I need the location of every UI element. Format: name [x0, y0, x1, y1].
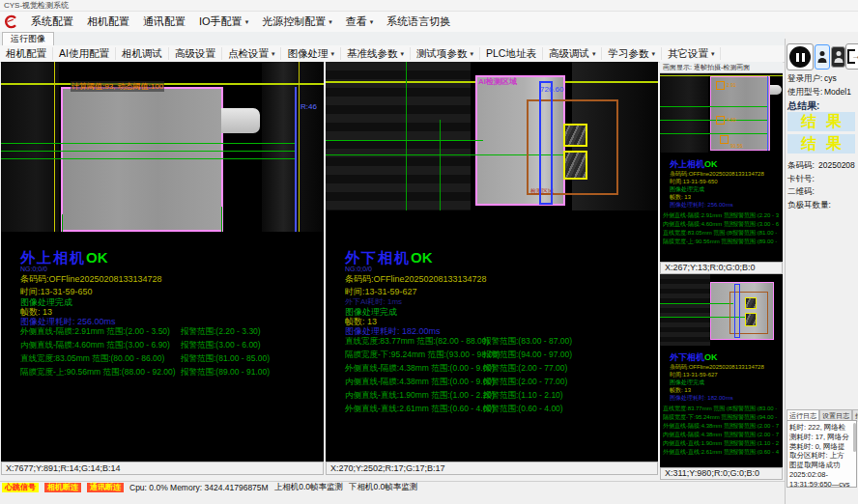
total-result-label: 总结果:	[787, 99, 819, 113]
measurement-row: 内侧直线-隔膜:4.60mm 范围:(3.00 - 6.90)报警范围:(3.0…	[663, 220, 783, 229]
menu-label: 光源控制配置	[262, 14, 326, 29]
measurement-value: 内侧直线-隔膜:4.38mm 范围:(0.00 - 9.00)	[663, 431, 732, 439]
exit-arrow-glyph: →	[851, 50, 858, 62]
toolbar-plc-address-table[interactable]: PLC地址表	[480, 47, 543, 60]
chevron-down-icon: ▾	[400, 47, 404, 60]
window-title-bar: CYS-视觉检测系统	[0, 0, 858, 12]
user-login-button[interactable]	[815, 44, 830, 70]
menu-item-camera-config[interactable]: 相机配置	[80, 14, 136, 29]
model-label: 使用型号:	[787, 87, 822, 98]
width-measure-box	[734, 284, 740, 338]
toolbar-label: AI使用配置	[59, 47, 109, 60]
toolbar-label: 图像处理	[287, 47, 328, 60]
toolbar-other-settings[interactable]: 其它设置▾	[662, 47, 722, 60]
user-switch-button[interactable]	[831, 46, 845, 68]
menu-item-light-control[interactable]: 光源控制配置▾	[255, 14, 339, 29]
marker-box	[716, 81, 725, 90]
menu-item-language-switch[interactable]: 系统语言切换	[380, 14, 457, 29]
lower-camera-framerate: 下相机0.0帧率监测	[349, 482, 417, 493]
machine-background	[660, 274, 710, 346]
measure-line	[1, 158, 297, 159]
camera-image-lower-outer[interactable]: AI检测区域 检测区域 726.60	[326, 62, 658, 210]
toolbar-advanced-settings[interactable]: 高级设置	[169, 47, 222, 60]
result-ok-badge: OK	[704, 352, 718, 362]
alarm-range: 报警范围:(2.00 - 77.00)	[483, 377, 567, 388]
exit-button[interactable]: →	[845, 43, 858, 70]
toolbar-image-processing[interactable]: 图像处理▾	[281, 47, 341, 60]
alarm-range: 报警范围:(89.00 - 91.00)	[732, 238, 779, 246]
user-icon	[834, 51, 844, 63]
measurement-row: 直线宽度:83.05mm 范围:(80.00 - 86.00)报警范围:(81.…	[20, 353, 164, 365]
chevron-down-icon: ▾	[245, 18, 249, 26]
measurement-row: 隔膜宽度-下:95.24mm 范围:(93.00 - 98.00)报警范围:(9…	[663, 413, 783, 422]
alarm-range: 报警范围:(2.00 - 77.00)	[483, 363, 567, 375]
toolbar-label: 学习参数	[608, 47, 648, 60]
measurement-value: 内侧直线-隔膜:4.60mm 范围:(3.00 - 6.90)	[663, 220, 732, 229]
toolbar-learning-params[interactable]: 学习参数▾	[602, 47, 662, 60]
edge-value-label: R:46	[300, 102, 317, 111]
measurement-value: 直线宽度:83.77mm 范围:(82.00 - 88.00)	[345, 336, 489, 346]
marker-box	[720, 135, 729, 144]
pause-button[interactable]	[786, 43, 814, 70]
measurement-row: 内侧直线-直线:1.90mm 范围:(1.00 - 2.20)报警范围:(1.1…	[663, 439, 783, 448]
toolbar-test-item-params[interactable]: 测试项参数▾	[411, 47, 480, 60]
marker-box	[716, 116, 725, 125]
measurement-value: 隔膜宽度-上:90.56mm 范围:(88.00 - 92.00)	[20, 367, 176, 377]
small-image-lower[interactable]	[660, 274, 783, 346]
menu-item-view[interactable]: 查看▾	[339, 14, 381, 29]
camera-name: 外下相机	[670, 352, 704, 362]
measure-line-vertical	[406, 62, 407, 210]
menu-item-comm-config[interactable]: 通讯配置	[136, 14, 192, 29]
elapsed-line: 图像处理耗时: 182.00ms	[670, 394, 733, 403]
measurement-row: 内侧直线-隔膜:4.60mm 范围:(3.00 - 6.90)报警范围:(3.0…	[20, 340, 170, 351]
toolbar-label: 相机配置	[6, 47, 46, 60]
log-scrollbar[interactable]	[853, 423, 856, 452]
measurement-row: 内侧直线-隔膜:4.38mm 范围:(0.00 - 9.00)报警范围:(2.0…	[663, 431, 783, 439]
alarm-range: 报警范围:(81.00 - 85.00)	[732, 229, 779, 238]
machine-background	[262, 62, 324, 232]
toolbar-baseline-params[interactable]: 基准线参数▾	[341, 47, 411, 60]
toolbar-label: 高级设置	[175, 47, 215, 60]
small-image-upper[interactable]: 2.91 4.60 90.56	[660, 73, 783, 153]
toolbar-camera-config[interactable]: 相机配置	[0, 47, 53, 60]
measure-tick	[62, 214, 63, 232]
ai-region-label: AI检测区域	[478, 76, 517, 87]
menu-label: 通讯配置	[143, 14, 186, 29]
toolbar-spot-check[interactable]: 点检设置▾	[222, 47, 282, 60]
measurement-value: 隔膜宽度-下:95.24mm 范围:(93.00 - 98.00)	[345, 350, 500, 359]
measure-line	[660, 106, 768, 107]
alarm-range: 报警范围:(83.00 - 87.00)	[732, 405, 779, 413]
measurement-value: 外侧直线-隔膜:4.38mm 范围:(0.00 - 9.00)	[345, 363, 495, 373]
product-region	[61, 87, 223, 232]
result-ok-badge: OK	[704, 159, 718, 169]
user-icon	[817, 51, 827, 63]
toolbar-advanced-debug[interactable]: 高级调试▾	[543, 47, 603, 60]
alarm-range: 报警范围:(3.00 - 6.00)	[181, 340, 261, 351]
upper-camera-framerate: 上相机0.0帧率监测	[274, 482, 343, 493]
toolbar-camera-debug[interactable]: 相机调试	[116, 47, 169, 60]
alarm-range: 报警范围:(1.10 - 2.10)	[732, 439, 779, 448]
toolbar-label: 高级调试	[549, 47, 589, 60]
toolbar-ai-usage-config[interactable]: AI使用配置	[53, 47, 116, 60]
model-value[interactable]: Model1	[824, 87, 851, 97]
measurement-row: 外侧直线-直线:2.61mm 范围:(0.60 - 4.00)报警范围:(0.6…	[663, 448, 783, 457]
alarm-range: 报警范围:(2.00 - 77.00)	[732, 422, 779, 431]
menu-item-io-config[interactable]: IO手配置▾	[192, 14, 255, 29]
chevron-down-icon: ▾	[711, 47, 715, 60]
ng-counter: NG:0;0/0	[345, 266, 372, 272]
toolbar-label: 点检设置	[228, 47, 269, 60]
measure-line	[660, 303, 733, 304]
menu-item-system-config[interactable]: 系统配置	[24, 14, 80, 29]
tab-feature-box	[563, 124, 587, 147]
measurement-value: 外侧直线-直线:2.61mm 范围:(0.60 - 4.00)	[663, 448, 732, 457]
tab-run-image[interactable]: 运行图像	[2, 32, 54, 45]
measurement-value: 直线宽度:83.05mm 范围:(80.00 - 86.00)	[663, 229, 732, 238]
machine-background	[1, 62, 59, 232]
chevron-down-icon: ▾	[470, 47, 473, 60]
measurement-value: 隔膜宽度-上:90.56mm 范围:(88.00 - 92.00)	[663, 238, 732, 246]
result-block-upper: 结果	[787, 112, 855, 131]
camera-image-upper-outer[interactable]: 计算阈值:93, 动态阈值:100 R:46	[1, 62, 324, 232]
alarm-range: 报警范围:(2.20 - 3.30)	[181, 326, 261, 338]
alarm-range: 报警范围:(83.00 - 87.00)	[483, 336, 572, 348]
log-output[interactable]: 耗时: 222, 网络检测耗时: 17, 网络分类耗时: 0, 网络提取分区耗时…	[786, 420, 857, 488]
